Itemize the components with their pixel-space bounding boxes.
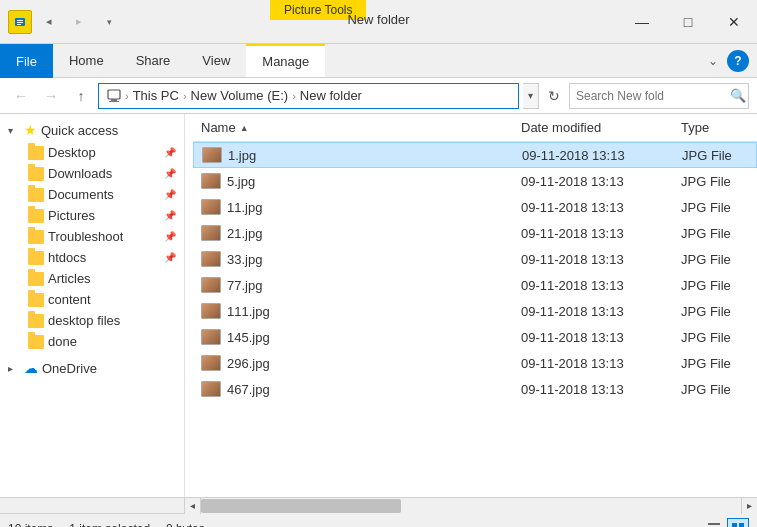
sidebar-item-troubleshoot[interactable]: Troubleshoot 📌 [0,226,184,247]
table-row[interactable]: 145.jpg 09-11-2018 13:13 JPG File [193,324,757,350]
sidebar-item-downloads[interactable]: Downloads 📌 [0,163,184,184]
sidebar-item-content[interactable]: content [0,289,184,310]
sidebar-section-onedrive[interactable]: ▸ ☁ OneDrive [0,356,184,380]
ribbon-tabs: Home Share View Manage [53,44,695,77]
ribbon-right-controls: ⌄ ? [695,44,757,77]
details-view-button[interactable] [703,518,725,528]
status-bar: 10 items 1 item selected 0 bytes [0,513,757,527]
file-name: 111.jpg [227,304,270,319]
ribbon-tab-manage[interactable]: Manage [246,44,325,77]
table-row[interactable]: 11.jpg 09-11-2018 13:13 JPG File [193,194,757,220]
view-controls [703,518,749,528]
articles-label: Articles [48,271,91,286]
file-thumbnail [201,381,221,397]
path-this-pc[interactable]: This PC [133,88,179,103]
troubleshoot-label: Troubleshoot [48,229,123,244]
hscroll-track[interactable] [201,498,741,514]
sidebar-resize-handle[interactable] [185,114,189,497]
file-name-cell: 5.jpg [193,173,513,189]
minimize-button[interactable]: — [619,0,665,44]
ribbon-tab-home[interactable]: Home [53,44,120,77]
file-name-cell: 11.jpg [193,199,513,215]
path-new-volume[interactable]: New Volume (E:) [191,88,289,103]
desktop-label: Desktop [48,145,96,160]
address-bar: ← → ↑ › This PC › New Volume (E:) › New … [0,78,757,114]
search-box[interactable]: 🔍 [569,83,749,109]
help-button[interactable]: ? [727,50,749,72]
address-dropdown-btn[interactable]: ▾ [523,83,539,109]
pictures-label: Pictures [48,208,95,223]
svg-rect-3 [17,24,21,25]
desktop-files-folder-icon [28,314,44,328]
desktop-files-label: desktop files [48,313,120,328]
titlebar-nav-back[interactable]: ◂ [36,9,62,35]
sidebar-section-quick-access[interactable]: ▾ ★ Quick access [0,118,184,142]
back-button[interactable]: ← [8,83,34,109]
forward-button[interactable]: → [38,83,64,109]
maximize-button[interactable]: □ [665,0,711,44]
title-bar: ◂ ▸ ▾ Picture Tools New folder — □ ✕ [0,0,757,44]
sidebar-item-documents[interactable]: Documents 📌 [0,184,184,205]
table-row[interactable]: 111.jpg 09-11-2018 13:13 JPG File [193,298,757,324]
path-new-folder[interactable]: New folder [300,88,362,103]
ribbon-tab-view[interactable]: View [186,44,246,77]
hscroll-thumb[interactable] [201,499,401,513]
titlebar-nav-forward[interactable]: ▸ [66,9,92,35]
file-type-cell: JPG File [673,226,757,241]
sidebar-item-pictures[interactable]: Pictures 📌 [0,205,184,226]
search-input[interactable] [576,89,726,103]
svg-rect-4 [108,90,120,99]
large-icons-view-button[interactable] [727,518,749,528]
table-row[interactable]: 1.jpg 09-11-2018 13:13 JPG File [193,142,757,168]
file-thumbnail [201,355,221,371]
file-date-cell: 09-11-2018 13:13 [513,252,673,267]
ribbon-file-tab[interactable]: File [0,44,53,78]
desktop-folder-icon [28,146,44,160]
ribbon-expand-btn[interactable]: ⌄ [703,51,723,71]
path-sep-1: › [183,90,187,102]
sidebar: ▾ ★ Quick access Desktop 📌 Downloads 📌 D… [0,114,185,497]
svg-rect-6 [109,101,119,102]
quick-access-icon-btn[interactable] [8,10,32,34]
address-path[interactable]: › This PC › New Volume (E:) › New folder [98,83,519,109]
file-thumbnail [201,277,221,293]
title-bar-left: ◂ ▸ ▾ [0,0,130,43]
file-type-cell: JPG File [673,356,757,371]
search-icon: 🔍 [730,88,746,103]
up-button[interactable]: ↑ [68,83,94,109]
horizontal-scrollbar[interactable]: ◂ ▸ [0,497,757,513]
sidebar-item-desktop[interactable]: Desktop 📌 [0,142,184,163]
hscroll-right-btn[interactable]: ▸ [741,498,757,514]
done-folder-icon [28,335,44,349]
file-name: 21.jpg [227,226,262,241]
sidebar-item-done[interactable]: done [0,331,184,352]
refresh-button[interactable]: ↻ [543,85,565,107]
file-date-cell: 09-11-2018 13:13 [514,148,674,163]
downloads-folder-icon [28,167,44,181]
file-name-cell: 145.jpg [193,329,513,345]
troubleshoot-folder-icon [28,230,44,244]
table-row[interactable]: 5.jpg 09-11-2018 13:13 JPG File [193,168,757,194]
file-thumbnail [201,199,221,215]
sidebar-item-htdocs[interactable]: htdocs 📌 [0,247,184,268]
column-type[interactable]: Type [673,120,757,135]
titlebar-dropdown[interactable]: ▾ [96,9,122,35]
large-icons-view-icon [731,522,745,528]
ribbon-tab-share[interactable]: Share [120,44,187,77]
table-row[interactable]: 33.jpg 09-11-2018 13:13 JPG File [193,246,757,272]
table-row[interactable]: 467.jpg 09-11-2018 13:13 JPG File [193,376,757,402]
sidebar-item-articles[interactable]: Articles [0,268,184,289]
file-date-cell: 09-11-2018 13:13 [513,278,673,293]
column-name[interactable]: Name ▲ [193,120,513,135]
sidebar-item-desktop-files[interactable]: desktop files [0,310,184,331]
hscroll-left-btn[interactable]: ◂ [185,498,201,514]
table-row[interactable]: 21.jpg 09-11-2018 13:13 JPG File [193,220,757,246]
column-date[interactable]: Date modified [513,120,673,135]
file-date-cell: 09-11-2018 13:13 [513,382,673,397]
file-name: 296.jpg [227,356,270,371]
file-name-cell: 33.jpg [193,251,513,267]
table-row[interactable]: 77.jpg 09-11-2018 13:13 JPG File [193,272,757,298]
hscroll-sidebar-spacer [0,498,185,513]
close-button[interactable]: ✕ [711,0,757,44]
table-row[interactable]: 296.jpg 09-11-2018 13:13 JPG File [193,350,757,376]
